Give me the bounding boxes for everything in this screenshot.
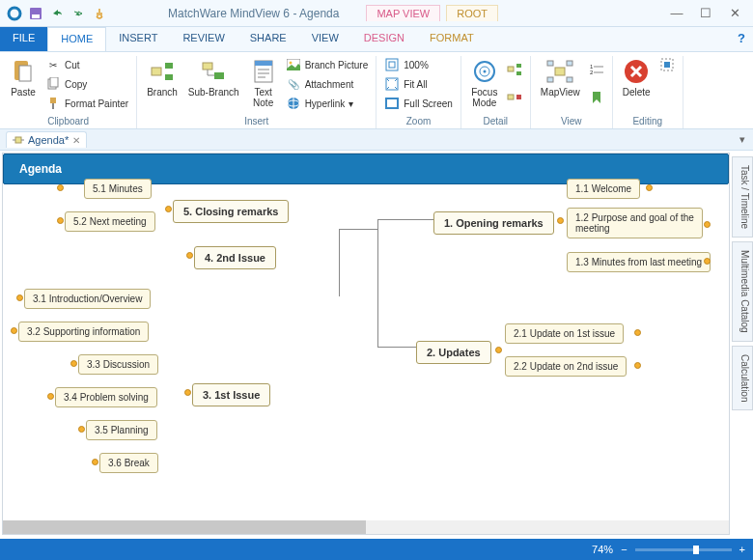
touch-icon[interactable]	[91, 5, 108, 22]
branch-3-5[interactable]: 3.5 Planning	[86, 420, 157, 440]
svg-rect-7	[50, 98, 56, 103]
tab-view[interactable]: VIEW	[299, 27, 351, 51]
redo-icon[interactable]	[70, 5, 87, 22]
numbering-button[interactable]: 12	[587, 61, 606, 78]
svg-point-20	[289, 62, 292, 65]
side-tab-multimedia[interactable]: Multimedia Catalog	[732, 241, 753, 342]
cut-button[interactable]: ✂Cut	[43, 56, 130, 73]
close-button[interactable]: ✕	[720, 4, 749, 23]
delete-button[interactable]: Delete	[619, 56, 655, 99]
branch-picture-button[interactable]: Branch Picture	[284, 56, 371, 73]
app-title: MatchWare MindView 6 - Agenda	[168, 7, 339, 20]
tab-insert[interactable]: INSERT	[106, 27, 170, 51]
collapse-button[interactable]	[505, 89, 524, 106]
paste-icon	[10, 58, 37, 85]
branch-3-1[interactable]: 3.1 Introduction/Overview	[24, 289, 151, 309]
side-tab-task[interactable]: Task / Timeline	[732, 156, 753, 238]
svg-rect-34	[516, 71, 521, 75]
attachment-button[interactable]: 📎Attachment	[284, 75, 371, 93]
tab-chevron-icon[interactable]: ▾	[732, 133, 753, 146]
branch-5[interactable]: 5. Closing remarks	[173, 200, 289, 223]
maximize-button[interactable]: ☐	[691, 4, 720, 23]
undo-icon[interactable]	[48, 5, 66, 22]
svg-rect-33	[516, 64, 521, 68]
copy-icon	[45, 76, 61, 92]
horizontal-scrollbar[interactable]	[3, 520, 729, 534]
select-button[interactable]	[657, 56, 677, 73]
branch-2-1[interactable]: 2.1 Update on 1st issue	[505, 323, 624, 344]
svg-rect-15	[255, 61, 272, 66]
help-button[interactable]: ?	[730, 27, 753, 51]
ribbon-tabs: FILE HOME INSERT REVIEW SHARE VIEW DESIG…	[0, 27, 753, 52]
fit-all-icon	[384, 76, 400, 92]
svg-rect-36	[516, 95, 521, 99]
branch-1-2[interactable]: 1.2 Purpose and goal of the meeting	[567, 208, 703, 238]
document-tab-bar: Agenda* ✕ ▾	[0, 129, 753, 151]
zoom-slider[interactable]	[635, 548, 732, 551]
svg-rect-10	[165, 63, 173, 69]
hyperlink-button[interactable]: Hyperlink▾	[284, 95, 371, 112]
paste-button[interactable]: Paste	[6, 56, 41, 99]
branch-3-3[interactable]: 3.3 Discussion	[78, 354, 158, 375]
branch-2[interactable]: 2. Updates	[416, 341, 491, 364]
save-icon[interactable]	[27, 5, 44, 22]
format-painter-button[interactable]: Format Painter	[43, 95, 130, 112]
tab-design[interactable]: DESIGN	[351, 27, 417, 51]
branch-5-1[interactable]: 5.1 Minutes	[84, 179, 152, 199]
zoom-out-button[interactable]: −	[621, 544, 627, 555]
delete-icon	[623, 58, 650, 85]
tab-share[interactable]: SHARE	[237, 27, 299, 51]
branch-3-6[interactable]: 3.6 Break	[99, 453, 158, 473]
side-tab-calculation[interactable]: Calculation	[732, 346, 753, 410]
close-tab-icon[interactable]: ✕	[72, 135, 80, 146]
expand-button[interactable]	[505, 61, 524, 78]
textnote-button[interactable]: Text Note	[246, 56, 281, 110]
paperclip-icon: 📎	[286, 76, 301, 92]
tab-review[interactable]: REVIEW	[170, 27, 237, 51]
copy-button[interactable]: Copy	[43, 75, 130, 93]
svg-rect-49	[15, 137, 21, 143]
textnote-icon	[250, 58, 277, 85]
focus-mode-button[interactable]: Focus Mode	[467, 56, 502, 110]
collapse-icon	[507, 90, 522, 105]
svg-text:2: 2	[590, 70, 594, 75]
zoom-100-button[interactable]: 100%	[382, 56, 455, 73]
bookmark-button[interactable]	[587, 89, 606, 106]
title-bar: MatchWare MindView 6 - Agenda MAP VIEW R…	[0, 0, 753, 27]
tab-home[interactable]: HOME	[47, 27, 106, 51]
svg-point-0	[9, 8, 20, 19]
fullscreen-button[interactable]: Full Screen	[382, 95, 455, 112]
branch-3-4[interactable]: 3.4 Problem solving	[55, 387, 157, 407]
branch-2-2[interactable]: 2.2 Update on 2nd issue	[505, 356, 627, 377]
app-icon	[6, 5, 23, 22]
svg-rect-37	[555, 68, 565, 75]
branch-1-3[interactable]: 1.3 Minutes from last meeting	[567, 252, 711, 272]
document-tab[interactable]: Agenda* ✕	[6, 131, 87, 148]
svg-rect-38	[547, 61, 553, 66]
branch-5-2[interactable]: 5.2 Next meeting	[65, 211, 155, 232]
mindmap-canvas[interactable]: Agenda 5. Closing remarks 5.1 Minutes 5.…	[2, 153, 730, 535]
fit-all-button[interactable]: Fit All	[382, 75, 455, 93]
svg-rect-40	[547, 77, 553, 82]
branch-1[interactable]: 1. Opening remarks	[433, 211, 554, 235]
branch-4[interactable]: 4. 2nd Issue	[194, 246, 276, 269]
branch-3-2[interactable]: 3.2 Supporting information	[18, 322, 149, 342]
tab-file[interactable]: FILE	[0, 27, 47, 51]
context-tab-root: ROOT	[446, 5, 498, 21]
numbering-icon: 12	[589, 62, 604, 77]
svg-rect-35	[508, 95, 514, 99]
zoom-in-button[interactable]: +	[739, 544, 745, 555]
subbranch-button[interactable]: Sub-Branch	[184, 56, 243, 99]
svg-rect-28	[387, 99, 397, 107]
branch-button[interactable]: Branch	[143, 56, 181, 99]
mapview-button[interactable]: MapView	[537, 56, 584, 99]
minimize-button[interactable]: —	[662, 4, 691, 23]
expand-icon	[507, 62, 522, 77]
branch-3[interactable]: 3. 1st Issue	[192, 383, 270, 406]
svg-rect-8	[52, 103, 54, 109]
svg-rect-2	[32, 14, 40, 18]
branch-icon	[149, 58, 176, 85]
tab-format[interactable]: FORMAT	[417, 27, 487, 51]
svg-rect-32	[508, 67, 514, 71]
branch-1-1[interactable]: 1.1 Welcome	[567, 179, 640, 199]
